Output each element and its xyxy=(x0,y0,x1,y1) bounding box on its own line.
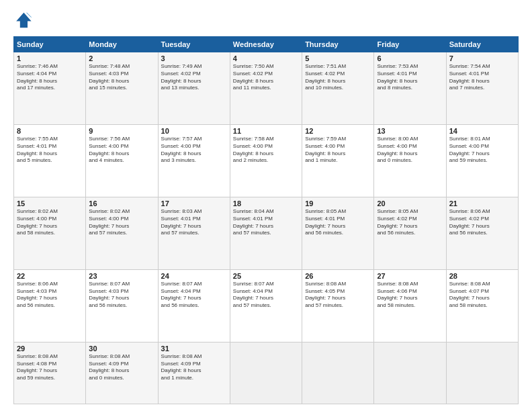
cell-info: Sunrise: 8:01 AMSunset: 4:00 PMDaylight:… xyxy=(449,136,515,165)
cell-info: Sunrise: 8:03 AMSunset: 4:01 PMDaylight:… xyxy=(161,208,227,237)
day-number: 16 xyxy=(89,199,154,208)
calendar-cell: 8Sunrise: 7:55 AMSunset: 4:01 PMDaylight… xyxy=(14,124,86,197)
calendar-cell: 1Sunrise: 7:46 AMSunset: 4:04 PMDaylight… xyxy=(14,52,86,125)
cell-info: Sunrise: 8:05 AMSunset: 4:01 PMDaylight:… xyxy=(305,208,371,237)
calendar-cell: 21Sunrise: 8:06 AMSunset: 4:02 PMDayligh… xyxy=(446,197,518,269)
calendar-cell: 19Sunrise: 8:05 AMSunset: 4:01 PMDayligh… xyxy=(302,197,374,269)
cell-info: Sunrise: 8:04 AMSunset: 4:01 PMDaylight:… xyxy=(233,208,299,237)
cell-info: Sunrise: 7:58 AMSunset: 4:00 PMDaylight:… xyxy=(233,136,299,165)
day-number: 20 xyxy=(377,199,443,208)
day-number: 24 xyxy=(161,272,227,280)
day-number: 27 xyxy=(377,272,443,280)
day-number: 6 xyxy=(377,54,443,62)
cell-info: Sunrise: 7:50 AMSunset: 4:02 PMDaylight:… xyxy=(233,63,299,92)
cell-info: Sunrise: 8:08 AMSunset: 4:07 PMDaylight:… xyxy=(449,281,515,310)
calendar-cell: 17Sunrise: 8:03 AMSunset: 4:01 PMDayligh… xyxy=(158,197,230,269)
day-number: 31 xyxy=(161,345,227,353)
weekday-header-thursday: Thursday xyxy=(302,37,374,52)
day-number: 8 xyxy=(17,127,83,135)
day-number: 11 xyxy=(233,127,299,135)
cell-info: Sunrise: 7:56 AMSunset: 4:00 PMDaylight:… xyxy=(89,136,154,165)
day-number: 18 xyxy=(233,199,299,208)
day-number: 17 xyxy=(161,199,227,208)
calendar-cell: 22Sunrise: 8:06 AMSunset: 4:03 PMDayligh… xyxy=(14,269,86,342)
day-number: 30 xyxy=(89,345,154,353)
weekday-header-tuesday: Tuesday xyxy=(158,37,230,52)
calendar-cell xyxy=(374,342,446,404)
calendar-cell: 27Sunrise: 8:08 AMSunset: 4:06 PMDayligh… xyxy=(374,269,446,342)
cell-info: Sunrise: 8:07 AMSunset: 4:04 PMDaylight:… xyxy=(233,281,299,310)
calendar-cell: 25Sunrise: 8:07 AMSunset: 4:04 PMDayligh… xyxy=(230,269,302,342)
calendar-cell: 20Sunrise: 8:05 AMSunset: 4:02 PMDayligh… xyxy=(374,197,446,269)
cell-info: Sunrise: 8:02 AMSunset: 4:00 PMDaylight:… xyxy=(89,208,154,237)
weekday-header-wednesday: Wednesday xyxy=(230,37,302,52)
day-number: 5 xyxy=(305,54,371,62)
calendar-cell xyxy=(302,342,374,404)
calendar-cell: 31Sunrise: 8:08 AMSunset: 4:09 PMDayligh… xyxy=(158,342,230,404)
calendar: SundayMondayTuesdayWednesdayThursdayFrid… xyxy=(13,36,519,404)
day-number: 21 xyxy=(449,199,515,208)
day-number: 19 xyxy=(305,199,371,208)
calendar-cell: 3Sunrise: 7:49 AMSunset: 4:02 PMDaylight… xyxy=(158,52,230,125)
day-number: 2 xyxy=(89,54,154,62)
day-number: 1 xyxy=(17,54,83,62)
cell-info: Sunrise: 8:08 AMSunset: 4:09 PMDaylight:… xyxy=(161,353,227,382)
cell-info: Sunrise: 8:07 AMSunset: 4:04 PMDaylight:… xyxy=(161,281,227,310)
page: SundayMondayTuesdayWednesdayThursdayFrid… xyxy=(0,0,532,411)
day-number: 22 xyxy=(17,272,83,280)
calendar-cell: 28Sunrise: 8:08 AMSunset: 4:07 PMDayligh… xyxy=(446,269,518,342)
cell-info: Sunrise: 7:57 AMSunset: 4:00 PMDaylight:… xyxy=(161,136,227,165)
day-number: 10 xyxy=(161,127,227,135)
cell-info: Sunrise: 7:46 AMSunset: 4:04 PMDaylight:… xyxy=(17,63,83,92)
cell-info: Sunrise: 8:06 AMSunset: 4:02 PMDaylight:… xyxy=(449,208,515,237)
calendar-cell: 4Sunrise: 7:50 AMSunset: 4:02 PMDaylight… xyxy=(230,52,302,125)
calendar-cell xyxy=(446,342,518,404)
header xyxy=(13,11,519,30)
calendar-cell: 7Sunrise: 7:54 AMSunset: 4:01 PMDaylight… xyxy=(446,52,518,125)
day-number: 12 xyxy=(305,127,371,135)
cell-info: Sunrise: 8:08 AMSunset: 4:05 PMDaylight:… xyxy=(305,281,371,310)
calendar-cell: 12Sunrise: 7:59 AMSunset: 4:00 PMDayligh… xyxy=(302,124,374,197)
weekday-header-saturday: Saturday xyxy=(446,37,518,52)
cell-info: Sunrise: 7:51 AMSunset: 4:02 PMDaylight:… xyxy=(305,63,371,92)
day-number: 3 xyxy=(161,54,227,62)
calendar-cell: 23Sunrise: 8:07 AMSunset: 4:03 PMDayligh… xyxy=(86,269,158,342)
calendar-cell: 13Sunrise: 8:00 AMSunset: 4:00 PMDayligh… xyxy=(374,124,446,197)
cell-info: Sunrise: 8:08 AMSunset: 4:06 PMDaylight:… xyxy=(377,281,443,310)
day-number: 26 xyxy=(305,272,371,280)
day-number: 9 xyxy=(89,127,154,135)
day-number: 14 xyxy=(449,127,515,135)
calendar-cell: 30Sunrise: 8:08 AMSunset: 4:09 PMDayligh… xyxy=(86,342,158,404)
calendar-cell: 24Sunrise: 8:07 AMSunset: 4:04 PMDayligh… xyxy=(158,269,230,342)
cell-info: Sunrise: 7:54 AMSunset: 4:01 PMDaylight:… xyxy=(449,63,515,92)
cell-info: Sunrise: 7:49 AMSunset: 4:02 PMDaylight:… xyxy=(161,63,227,92)
cell-info: Sunrise: 7:53 AMSunset: 4:01 PMDaylight:… xyxy=(377,63,443,92)
calendar-cell: 6Sunrise: 7:53 AMSunset: 4:01 PMDaylight… xyxy=(374,52,446,125)
cell-info: Sunrise: 7:59 AMSunset: 4:00 PMDaylight:… xyxy=(305,136,371,165)
weekday-header-monday: Monday xyxy=(86,37,158,52)
cell-info: Sunrise: 8:02 AMSunset: 4:00 PMDaylight:… xyxy=(17,208,83,237)
calendar-cell: 11Sunrise: 7:58 AMSunset: 4:00 PMDayligh… xyxy=(230,124,302,197)
cell-info: Sunrise: 8:00 AMSunset: 4:00 PMDaylight:… xyxy=(377,136,443,165)
calendar-cell: 26Sunrise: 8:08 AMSunset: 4:05 PMDayligh… xyxy=(302,269,374,342)
cell-info: Sunrise: 8:07 AMSunset: 4:03 PMDaylight:… xyxy=(89,281,154,310)
calendar-cell: 5Sunrise: 7:51 AMSunset: 4:02 PMDaylight… xyxy=(302,52,374,125)
calendar-cell: 29Sunrise: 8:08 AMSunset: 4:08 PMDayligh… xyxy=(14,342,86,404)
cell-info: Sunrise: 8:05 AMSunset: 4:02 PMDaylight:… xyxy=(377,208,443,237)
day-number: 13 xyxy=(377,127,443,135)
day-number: 23 xyxy=(89,272,154,280)
calendar-cell: 14Sunrise: 8:01 AMSunset: 4:00 PMDayligh… xyxy=(446,124,518,197)
cell-info: Sunrise: 8:08 AMSunset: 4:08 PMDaylight:… xyxy=(17,353,83,382)
calendar-cell: 9Sunrise: 7:56 AMSunset: 4:00 PMDaylight… xyxy=(86,124,158,197)
cell-info: Sunrise: 8:08 AMSunset: 4:09 PMDaylight:… xyxy=(89,353,154,382)
calendar-cell: 2Sunrise: 7:48 AMSunset: 4:03 PMDaylight… xyxy=(86,52,158,125)
day-number: 29 xyxy=(17,345,83,353)
day-number: 25 xyxy=(233,272,299,280)
logo xyxy=(13,11,35,30)
day-number: 4 xyxy=(233,54,299,62)
cell-info: Sunrise: 7:55 AMSunset: 4:01 PMDaylight:… xyxy=(17,136,83,165)
calendar-cell: 10Sunrise: 7:57 AMSunset: 4:00 PMDayligh… xyxy=(158,124,230,197)
calendar-cell: 15Sunrise: 8:02 AMSunset: 4:00 PMDayligh… xyxy=(14,197,86,269)
calendar-cell xyxy=(230,342,302,404)
logo-icon xyxy=(13,11,32,30)
